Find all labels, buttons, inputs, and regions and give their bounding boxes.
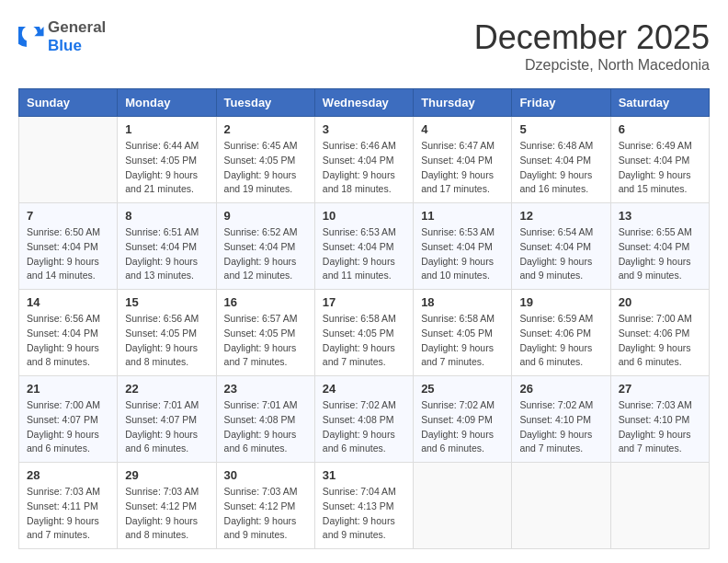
daylight: Daylight: 9 hours and 6 minutes. — [323, 429, 395, 454]
weekday-header-monday: Monday — [118, 89, 216, 117]
sunrise: Sunrise: 7:02 AM — [519, 399, 593, 410]
sunrise: Sunrise: 6:48 AM — [519, 140, 593, 151]
sunset: Sunset: 4:04 PM — [323, 155, 394, 166]
sunrise: Sunrise: 7:00 AM — [619, 313, 692, 324]
day-info: Sunrise: 6:45 AM Sunset: 4:05 PM Dayligh… — [224, 139, 307, 197]
day-number: 29 — [125, 468, 208, 482]
day-number: 6 — [619, 122, 701, 136]
day-info: Sunrise: 7:04 AM Sunset: 4:13 PM Dayligh… — [323, 485, 405, 543]
sunset: Sunset: 4:06 PM — [519, 327, 591, 339]
sunset: Sunset: 4:07 PM — [125, 414, 197, 425]
sunrise: Sunrise: 7:03 AM — [27, 486, 100, 497]
daylight: Daylight: 9 hours and 7 minutes. — [27, 515, 99, 541]
calendar-cell — [414, 463, 512, 549]
day-info: Sunrise: 7:03 AM Sunset: 4:12 PM Dayligh… — [224, 485, 307, 543]
calendar-cell: 15 Sunrise: 6:56 AM Sunset: 4:05 PM Dayl… — [118, 290, 216, 376]
calendar-table: SundayMondayTuesdayWednesdayThursdayFrid… — [18, 88, 710, 549]
month-title: December 2025 — [474, 18, 710, 57]
sunrise: Sunrise: 6:59 AM — [519, 313, 593, 324]
daylight: Daylight: 9 hours and 8 minutes. — [125, 342, 198, 368]
daylight: Daylight: 9 hours and 9 minutes. — [519, 256, 592, 282]
logo-text-block: General Blue — [48, 18, 106, 55]
sunrise: Sunrise: 6:44 AM — [125, 140, 199, 151]
page-header: General Blue December 2025 Dzepciste, No… — [18, 18, 710, 74]
sunset: Sunset: 4:05 PM — [125, 155, 197, 166]
day-number: 2 — [224, 122, 307, 136]
sunset: Sunset: 4:08 PM — [323, 414, 394, 425]
day-number: 25 — [421, 382, 504, 396]
day-info: Sunrise: 7:00 AM Sunset: 4:06 PM Dayligh… — [619, 312, 701, 370]
day-number: 22 — [125, 382, 208, 396]
day-number: 14 — [27, 295, 109, 309]
sunset: Sunset: 4:11 PM — [27, 500, 98, 511]
daylight: Daylight: 9 hours and 14 minutes. — [27, 256, 99, 282]
calendar-cell: 19 Sunrise: 6:59 AM Sunset: 4:06 PM Dayl… — [512, 290, 610, 376]
daylight: Daylight: 9 hours and 8 minutes. — [27, 342, 99, 368]
sunset: Sunset: 4:10 PM — [519, 414, 591, 425]
day-info: Sunrise: 7:03 AM Sunset: 4:11 PM Dayligh… — [27, 485, 109, 543]
week-row-5: 28 Sunrise: 7:03 AM Sunset: 4:11 PM Dayl… — [19, 463, 710, 549]
day-number: 8 — [125, 209, 208, 223]
day-info: Sunrise: 6:46 AM Sunset: 4:04 PM Dayligh… — [323, 139, 405, 197]
calendar-cell: 3 Sunrise: 6:46 AM Sunset: 4:04 PM Dayli… — [314, 117, 413, 203]
calendar-cell — [610, 463, 709, 549]
sunrise: Sunrise: 7:03 AM — [125, 486, 199, 497]
calendar-cell: 31 Sunrise: 7:04 AM Sunset: 4:13 PM Dayl… — [314, 463, 413, 549]
day-number: 27 — [619, 382, 701, 396]
sunrise: Sunrise: 7:01 AM — [125, 399, 199, 410]
sunset: Sunset: 4:05 PM — [224, 155, 296, 166]
sunset: Sunset: 4:06 PM — [619, 327, 690, 339]
daylight: Daylight: 9 hours and 17 minutes. — [421, 169, 494, 195]
day-number: 10 — [323, 209, 405, 223]
sunrise: Sunrise: 6:50 AM — [27, 226, 100, 237]
day-number: 31 — [323, 468, 405, 482]
day-info: Sunrise: 6:57 AM Sunset: 4:05 PM Dayligh… — [224, 312, 307, 370]
sunrise: Sunrise: 6:56 AM — [27, 313, 100, 324]
title-block: December 2025 Dzepciste, North Macedonia — [474, 18, 710, 74]
sunset: Sunset: 4:13 PM — [323, 500, 394, 511]
calendar-cell: 2 Sunrise: 6:45 AM Sunset: 4:05 PM Dayli… — [216, 117, 314, 203]
day-number: 13 — [619, 209, 701, 223]
day-info: Sunrise: 6:58 AM Sunset: 4:05 PM Dayligh… — [323, 312, 405, 370]
sunrise: Sunrise: 7:03 AM — [224, 486, 298, 497]
sunset: Sunset: 4:04 PM — [619, 155, 690, 166]
logo-general: General — [48, 18, 106, 37]
day-info: Sunrise: 6:53 AM Sunset: 4:04 PM Dayligh… — [421, 225, 504, 283]
calendar-cell: 6 Sunrise: 6:49 AM Sunset: 4:04 PM Dayli… — [610, 117, 709, 203]
calendar-cell: 26 Sunrise: 7:02 AM Sunset: 4:10 PM Dayl… — [512, 376, 610, 463]
daylight: Daylight: 9 hours and 7 minutes. — [519, 429, 592, 454]
calendar-cell: 22 Sunrise: 7:01 AM Sunset: 4:07 PM Dayl… — [118, 376, 216, 463]
sunset: Sunset: 4:09 PM — [421, 414, 493, 425]
calendar-cell: 5 Sunrise: 6:48 AM Sunset: 4:04 PM Dayli… — [512, 117, 610, 203]
day-number: 30 — [224, 468, 307, 482]
sunset: Sunset: 4:12 PM — [125, 500, 197, 511]
sunrise: Sunrise: 7:04 AM — [323, 486, 396, 497]
calendar-cell: 11 Sunrise: 6:53 AM Sunset: 4:04 PM Dayl… — [414, 203, 512, 290]
sunset: Sunset: 4:04 PM — [125, 241, 197, 252]
day-number: 23 — [224, 382, 307, 396]
daylight: Daylight: 9 hours and 7 minutes. — [224, 342, 297, 368]
day-number: 26 — [519, 382, 602, 396]
day-info: Sunrise: 6:50 AM Sunset: 4:04 PM Dayligh… — [27, 225, 109, 283]
day-number: 5 — [519, 122, 602, 136]
daylight: Daylight: 9 hours and 6 minutes. — [27, 429, 99, 454]
sunrise: Sunrise: 7:03 AM — [619, 399, 692, 410]
calendar-cell — [512, 463, 610, 549]
daylight: Daylight: 9 hours and 11 minutes. — [323, 256, 395, 282]
daylight: Daylight: 9 hours and 7 minutes. — [323, 342, 395, 368]
weekday-header-sunday: Sunday — [19, 89, 118, 117]
daylight: Daylight: 9 hours and 6 minutes. — [224, 429, 297, 454]
sunset: Sunset: 4:10 PM — [619, 414, 690, 425]
sunrise: Sunrise: 6:57 AM — [224, 313, 298, 324]
sunrise: Sunrise: 7:02 AM — [323, 399, 396, 410]
day-number: 28 — [27, 468, 109, 482]
week-row-3: 14 Sunrise: 6:56 AM Sunset: 4:04 PM Dayl… — [19, 290, 710, 376]
sunrise: Sunrise: 6:58 AM — [421, 313, 495, 324]
sunset: Sunset: 4:04 PM — [224, 241, 296, 252]
daylight: Daylight: 9 hours and 7 minutes. — [619, 429, 691, 454]
daylight: Daylight: 9 hours and 6 minutes. — [421, 429, 494, 454]
day-info: Sunrise: 7:02 AM Sunset: 4:09 PM Dayligh… — [421, 398, 504, 456]
calendar-cell: 28 Sunrise: 7:03 AM Sunset: 4:11 PM Dayl… — [19, 463, 118, 549]
sunrise: Sunrise: 6:46 AM — [323, 140, 396, 151]
sunrise: Sunrise: 6:53 AM — [421, 226, 495, 237]
